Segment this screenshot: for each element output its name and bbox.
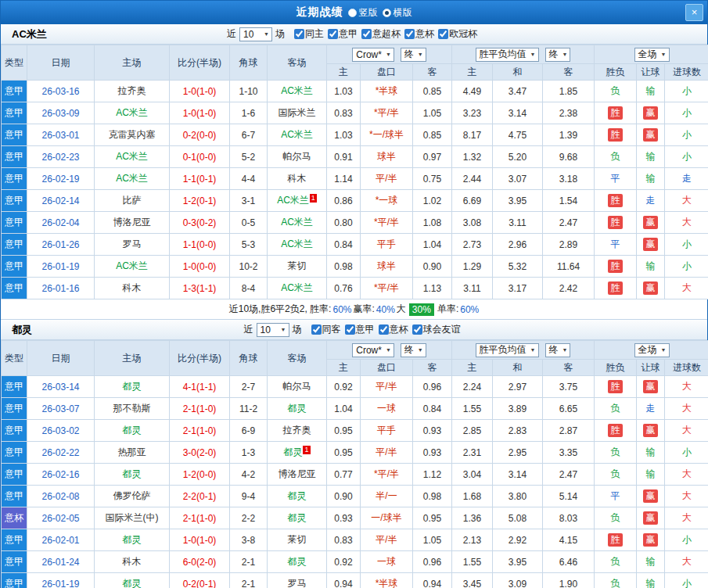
match-count-dropdown[interactable]: 10 ▼	[257, 323, 289, 337]
home-odds: 0.83	[327, 529, 361, 551]
filter-意甲[interactable]: 意甲	[345, 323, 375, 336]
home-team: 比萨	[95, 190, 170, 212]
home-team: 那不勒斯	[95, 398, 170, 420]
away-odds: 0.96	[413, 551, 452, 573]
win-rate: 60%	[332, 304, 351, 315]
away-odds: 0.84	[413, 398, 452, 420]
score: 0-1(0-0)	[170, 146, 230, 168]
filter-同客[interactable]: 同客	[311, 323, 341, 336]
wdl-group-header: 胜平负均值▼ 终▼	[452, 45, 595, 64]
result: 负	[595, 442, 637, 464]
goals-result: 大	[665, 190, 708, 212]
match-date: 26-02-01	[27, 529, 95, 551]
away-team: AC米兰	[268, 278, 327, 299]
filter-欧冠杯[interactable]: 欧冠杯	[438, 27, 477, 41]
match-date: 26-01-26	[27, 234, 95, 256]
home-team: AC米兰	[95, 102, 170, 124]
col-lose-odds: 客	[543, 64, 595, 81]
result: 胜	[595, 212, 637, 234]
handicap: 球半	[361, 146, 413, 168]
lose-odds: 9.68	[543, 146, 595, 168]
filter-checkbox[interactable]	[311, 324, 322, 335]
col-handicap: 盘口	[361, 360, 413, 376]
odds-company-dropdown[interactable]: Crow*▼	[352, 48, 394, 62]
filter-checkbox[interactable]	[404, 29, 415, 39]
home-odds: 1.04	[327, 398, 361, 420]
away-team: 都灵	[268, 486, 327, 507]
home-team: 都灵	[95, 464, 170, 486]
full-match-dropdown[interactable]: 全场▼	[634, 343, 670, 357]
score: 0-2(0-1)	[170, 573, 230, 588]
full-match-dropdown[interactable]: 全场▼	[634, 48, 670, 62]
col-result: 胜负	[595, 64, 637, 81]
corner-score: 6-9	[230, 420, 268, 442]
filter-同主[interactable]: 同主	[294, 27, 324, 41]
final-odds-dropdown[interactable]: 终▼	[401, 343, 426, 357]
match-row: 意甲26-03-14都灵4-1(1-1)2-7帕尔马0.92平/半0.962.2…	[2, 376, 708, 398]
match-count-dropdown[interactable]: 10 ▼	[239, 27, 272, 41]
filter-意杯[interactable]: 意杯	[404, 27, 434, 41]
final-odds-dropdown[interactable]: 终▼	[401, 48, 426, 62]
away-team: 莱切	[268, 256, 327, 278]
filter-checkbox[interactable]	[294, 29, 304, 39]
col-win-odds: 主	[452, 64, 493, 81]
final-wdl-dropdown[interactable]: 终▼	[545, 48, 571, 62]
score: 2-1(1-0)	[170, 420, 230, 442]
filter-意甲[interactable]: 意甲	[328, 27, 358, 41]
corner-score: 2-1	[230, 551, 268, 573]
away-team: 都灵	[268, 551, 327, 573]
single-rate: 60%	[460, 304, 479, 315]
league-badge: 意甲	[2, 212, 27, 234]
layout-radio-vertical[interactable]: 竖版	[348, 6, 378, 20]
league-badge: 意甲	[2, 190, 27, 212]
match-row: 意甲26-01-16科木1-3(1-1)8-4AC米兰0.76*平/半1.133…	[2, 278, 708, 299]
score: 3-0(2-0)	[170, 442, 230, 464]
handicap: *平/半	[361, 212, 413, 234]
summary-text: 大	[397, 303, 406, 316]
filter-checkbox[interactable]	[412, 324, 422, 335]
filter-球会友谊[interactable]: 球会友谊	[412, 323, 461, 336]
matches-table: 类型 日期 主场 比分(半场) 角球 客场 Crow*▼ 终▼ 胜平负均	[1, 340, 708, 588]
close-button[interactable]: ×	[685, 4, 703, 21]
filter-checkbox[interactable]	[328, 29, 338, 39]
win-odds: 3.11	[452, 278, 493, 299]
handicap-result: 输	[637, 551, 665, 573]
filter-label: 意杯	[415, 27, 434, 41]
filter-checkbox[interactable]	[379, 324, 389, 335]
match-row: 意杯26-02-05国际米兰(中)2-1(1-0)2-2都灵0.93一/球半0.…	[2, 507, 708, 529]
result: 胜	[595, 190, 637, 212]
result: 负	[595, 81, 637, 102]
filter-意杯[interactable]: 意杯	[379, 323, 408, 336]
final-wdl-dropdown[interactable]: 终▼	[545, 343, 571, 357]
away-team: 科木	[268, 168, 327, 190]
match-date: 26-03-07	[27, 398, 95, 420]
col-home-odds: 主	[327, 64, 361, 81]
filter-checkbox[interactable]	[361, 29, 372, 39]
home-odds: 0.91	[327, 146, 361, 168]
chevron-down-icon: ▼	[562, 347, 568, 353]
layout-radio-horizontal[interactable]: 横版	[383, 6, 412, 20]
lose-odds: 3.18	[543, 168, 595, 190]
col-goals: 进球数	[665, 360, 708, 376]
handicap-result: 输	[637, 464, 665, 486]
match-row: 意甲26-02-01都灵1-0(1-0)3-8莱切0.83平/半1.052.13…	[2, 529, 708, 551]
lose-odds: 2.47	[543, 212, 595, 234]
wdl-average-dropdown[interactable]: 胜平负均值▼	[476, 343, 539, 357]
corner-score: 0-5	[230, 212, 268, 234]
league-badge: 意甲	[2, 529, 27, 551]
chevron-down-icon: ▼	[661, 52, 667, 57]
filter-意超杯[interactable]: 意超杯	[361, 27, 401, 41]
filter-checkbox[interactable]	[345, 324, 355, 335]
wdl-average-dropdown[interactable]: 胜平负均值▼	[476, 48, 539, 62]
lose-odds: 5.14	[543, 486, 595, 507]
odds-company-dropdown[interactable]: Crow*▼	[352, 343, 394, 357]
match-date: 26-03-01	[27, 124, 95, 146]
score: 0-3(0-2)	[170, 212, 230, 234]
result: 胜	[595, 420, 637, 442]
home-odds: 1.03	[327, 124, 361, 146]
chevron-down-icon: ▼	[386, 347, 391, 353]
matches-tbody: 意甲26-03-14都灵4-1(1-1)2-7帕尔马0.92平/半0.962.2…	[2, 376, 708, 588]
match-row: 意甲26-02-04博洛尼亚0-3(0-2)0-5AC米兰0.80*平/半1.0…	[2, 212, 708, 234]
filter-checkbox[interactable]	[438, 29, 448, 39]
col-date: 日期	[27, 45, 95, 81]
